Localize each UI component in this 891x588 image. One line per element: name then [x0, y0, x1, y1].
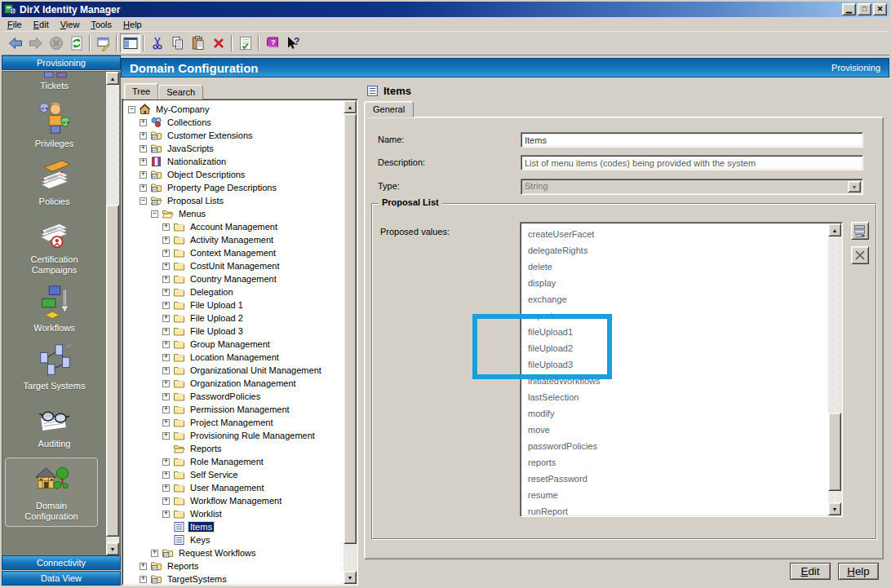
expand-icon[interactable]: +: [140, 158, 147, 166]
paste-button[interactable]: [188, 33, 208, 53]
expand-icon[interactable]: +: [162, 419, 170, 427]
title-bar[interactable]: DirX Identity Manager ▁□✕: [2, 2, 889, 17]
chevron-down-icon[interactable]: ▼: [848, 181, 861, 192]
tree-node-label[interactable]: Request Workflows: [177, 548, 258, 558]
expand-icon[interactable]: +: [162, 341, 170, 348]
forward-button[interactable]: [25, 33, 46, 53]
tree-node-label[interactable]: Menus: [177, 209, 207, 219]
expand-icon[interactable]: +: [162, 367, 170, 374]
description-input[interactable]: [521, 155, 863, 170]
list-item[interactable]: fileUpload1: [522, 324, 826, 340]
scrollbar-thumb[interactable]: [106, 205, 119, 537]
tree-node-label[interactable]: Nationalization: [166, 157, 228, 166]
tree-node-label[interactable]: File Upload 3: [188, 326, 245, 336]
expand-icon[interactable]: +: [162, 511, 170, 518]
tree-node-label[interactable]: JavaScripts: [166, 144, 215, 153]
close-button[interactable]: ✕: [873, 3, 887, 15]
expand-icon[interactable]: +: [140, 171, 147, 179]
list-item[interactable]: export: [522, 307, 826, 324]
list-item[interactable]: modify: [522, 405, 826, 422]
expand-icon[interactable]: +: [162, 223, 170, 231]
list-item[interactable]: delegateRights: [522, 242, 826, 259]
tree-node-label[interactable]: Reports: [188, 444, 224, 453]
list-item[interactable]: initiatedWorkflows: [522, 373, 826, 389]
expand-icon[interactable]: +: [151, 550, 158, 557]
collapse-icon[interactable]: −: [151, 210, 158, 218]
delete-button[interactable]: [208, 33, 228, 53]
tree-node-label[interactable]: Account Management: [188, 222, 279, 232]
expand-icon[interactable]: +: [162, 328, 170, 335]
list-item[interactable]: fileUpload2: [522, 340, 826, 356]
collapse-icon[interactable]: −: [128, 106, 135, 113]
sidebar-header-provisioning[interactable]: Provisioning: [2, 55, 121, 70]
tree-node-label[interactable]: Reports: [166, 561, 201, 571]
list-item[interactable]: exchange: [522, 291, 826, 307]
expand-icon[interactable]: +: [162, 289, 170, 296]
sidebar-item-certification-campaigns[interactable]: Certification Campaigns: [2, 215, 106, 276]
book-button[interactable]: ?: [262, 33, 282, 53]
expand-icon[interactable]: +: [162, 380, 170, 387]
tree-node-label[interactable]: PasswordPolicies: [188, 391, 262, 401]
sidebar-item-tickets[interactable]: Tickets: [2, 72, 106, 91]
list-item[interactable]: passwordPolicies: [522, 438, 826, 454]
tree-node-label[interactable]: File Upload 1: [188, 300, 245, 310]
tree-node-label[interactable]: Project Management: [188, 418, 275, 427]
list-item[interactable]: display: [522, 275, 826, 291]
tree-node-label[interactable]: Property Page Descriptions: [166, 183, 278, 192]
panel-toggle-button[interactable]: [120, 33, 140, 53]
expand-icon[interactable]: +: [162, 432, 170, 440]
menu-view[interactable]: View: [55, 18, 86, 31]
menu-help[interactable]: Help: [117, 18, 148, 31]
listbox-scrollbar[interactable]: ▲ ▼: [828, 223, 841, 515]
scroll-down-icon[interactable]: ▼: [828, 502, 841, 515]
list-item[interactable]: resume: [522, 487, 826, 503]
tree-node-label[interactable]: Location Management: [188, 352, 281, 362]
tree-node-label[interactable]: User Management: [188, 483, 266, 493]
expand-icon[interactable]: +: [140, 145, 147, 153]
list-item[interactable]: reports: [522, 454, 826, 471]
tree-node-label[interactable]: My-Company: [154, 104, 211, 114]
list-item[interactable]: move: [522, 422, 826, 438]
expand-icon[interactable]: +: [162, 497, 170, 505]
tree-node-label[interactable]: Role Management: [188, 457, 265, 466]
cut-button[interactable]: [147, 33, 167, 53]
help-button[interactable]: Help: [838, 563, 879, 580]
tree-node-label[interactable]: File Upload 2: [188, 313, 245, 323]
tree-node-label[interactable]: Object Descriptions: [166, 170, 246, 179]
tab-general[interactable]: General: [364, 101, 414, 117]
sidebar-footer-dataview[interactable]: Data View: [2, 571, 121, 586]
tree-node-label[interactable]: Workflow Management: [188, 496, 283, 506]
tree-node-label[interactable]: Context Management: [188, 248, 277, 258]
edit-button[interactable]: Edit: [790, 563, 831, 580]
expand-icon[interactable]: +: [140, 184, 147, 192]
list-item[interactable]: runReport: [522, 503, 826, 517]
expand-icon[interactable]: +: [162, 393, 170, 400]
list-item[interactable]: lastSelection: [522, 389, 826, 405]
edit-note-button[interactable]: [235, 33, 255, 53]
tree-node-label[interactable]: CostUnit Management: [188, 261, 281, 271]
sidebar-item-policies[interactable]: Policies: [2, 157, 106, 207]
tree-node-label[interactable]: Organizational Unit Management: [188, 365, 323, 375]
copy-button[interactable]: [167, 33, 188, 53]
sidebar-footer-connectivity[interactable]: Connectivity: [2, 555, 121, 570]
expand-icon[interactable]: +: [162, 315, 170, 322]
tree-node-label[interactable]: Group Management: [188, 339, 272, 349]
expand-icon[interactable]: +: [162, 250, 170, 257]
sidebar-scrollbar[interactable]: ▲ ▼: [106, 72, 119, 555]
expand-icon[interactable]: +: [162, 484, 170, 492]
tree-node-label[interactable]: Customer Extensions: [166, 130, 255, 140]
sidebar-item-auditing[interactable]: Auditing: [2, 400, 106, 449]
edit-list-button[interactable]: [851, 222, 869, 240]
stop-button[interactable]: [46, 33, 66, 53]
scroll-up-icon[interactable]: ▲: [106, 72, 119, 85]
tab-tree[interactable]: Tree: [124, 83, 158, 99]
scroll-up-icon[interactable]: ▲: [344, 100, 357, 113]
context-help-button[interactable]: ?: [282, 33, 303, 53]
tree-node-label[interactable]: Items: [188, 522, 214, 532]
list-item[interactable]: resetPassword: [522, 471, 826, 487]
scrollbar-thumb[interactable]: [344, 113, 357, 544]
scrollbar-thumb[interactable]: [828, 413, 841, 491]
menu-file[interactable]: File: [2, 18, 28, 31]
type-select[interactable]: String ▼: [521, 179, 863, 195]
scroll-down-icon[interactable]: ▼: [106, 542, 119, 555]
